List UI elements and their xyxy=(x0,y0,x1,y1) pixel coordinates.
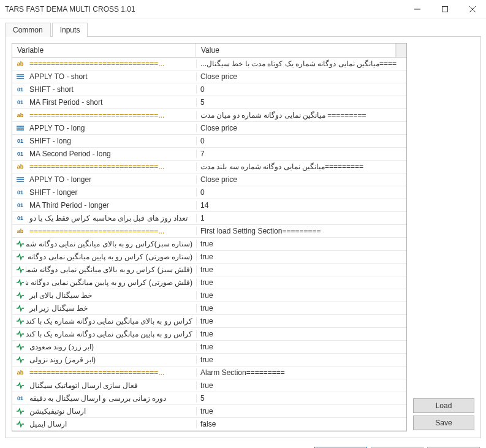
variable-cell: (ستاره سبز)کراس رو به بالای میانگین نمای… xyxy=(26,240,196,248)
variable-cell: ==============================... xyxy=(26,162,196,171)
param-row[interactable]: APPLY TO - longClose price xyxy=(12,122,406,135)
param-row[interactable]: کراس رو به بالای میانگین نمایی دوگانه شم… xyxy=(12,315,406,328)
int-type-icon: 01 xyxy=(15,85,25,94)
value-cell[interactable]: 7 xyxy=(196,150,406,158)
type-icon-cell: ab xyxy=(12,227,26,235)
value-cell[interactable]: true xyxy=(196,343,406,351)
dialog-footer: OK Cancel Reset xyxy=(0,443,486,448)
value-cell[interactable]: 14 xyxy=(196,201,406,210)
value-cell[interactable]: true xyxy=(196,407,406,416)
param-row[interactable]: خط سیگنال بالای ابرtrue xyxy=(12,289,406,302)
param-row[interactable]: 01SHIFT - longer0 xyxy=(12,186,406,199)
dialog-window: TARS FAST DEMA MULTI CROSS 1.01 Common I… xyxy=(0,0,486,448)
tab-inputs[interactable]: Inputs xyxy=(52,23,88,37)
param-row[interactable]: 01SHIFT - short0 xyxy=(12,83,406,96)
param-row[interactable]: ab==============================...=====… xyxy=(12,109,406,122)
value-cell[interactable]: true xyxy=(196,252,406,261)
col-value[interactable]: Value xyxy=(196,44,396,57)
variable-cell: SHIFT - long xyxy=(26,137,196,145)
value-cell[interactable]: true xyxy=(196,304,406,313)
variable-cell: دوره زمانی بررسی و ارسال سیگنال به دقیقه xyxy=(26,394,196,403)
param-row[interactable]: 01MA Third Period - longer14 xyxy=(12,199,406,212)
type-icon-cell xyxy=(12,240,26,248)
value-cell[interactable]: false xyxy=(196,420,406,428)
value-cell[interactable]: Close price xyxy=(196,175,406,184)
param-row[interactable]: ab==============================...====م… xyxy=(12,58,406,70)
scroll-up-icon[interactable] xyxy=(396,44,406,57)
value-cell[interactable]: Close price xyxy=(196,124,406,132)
param-row[interactable]: کراس رو به پایین میانگین نمایی دوگانه شم… xyxy=(12,328,406,341)
param-row[interactable]: APPLY TO - longerClose price xyxy=(12,173,406,186)
value-cell[interactable]: =========میانگین نمایی دوگانه شماره سه ب… xyxy=(196,162,406,171)
close-button[interactable] xyxy=(458,0,486,18)
value-cell[interactable]: 0 xyxy=(196,188,406,197)
value-cell[interactable]: true xyxy=(196,381,406,390)
value-cell[interactable]: true xyxy=(196,317,406,325)
value-cell[interactable]: true xyxy=(196,355,406,364)
value-cell[interactable]: Close price xyxy=(196,72,406,81)
param-row[interactable]: 01SHIFT - long0 xyxy=(12,135,406,148)
value-cell[interactable]: First load Setting Section========= xyxy=(196,227,406,235)
param-row[interactable]: (فلش صورتی) کراس رو به پایین میانگین نما… xyxy=(12,276,406,289)
minimize-button[interactable] xyxy=(403,0,431,18)
value-cell[interactable]: Alarm Section========= xyxy=(196,368,406,377)
variable-cell: APPLY TO - long xyxy=(26,124,196,132)
value-cell[interactable]: 0 xyxy=(196,85,406,94)
param-row[interactable]: ارسال نوتیفیکیشنtrue xyxy=(12,405,406,418)
value-cell[interactable]: 1 xyxy=(196,214,406,222)
variable-cell: ==============================... xyxy=(26,59,196,68)
variable-cell: MA First Period - short xyxy=(26,98,196,107)
save-button[interactable]: Save xyxy=(413,416,474,430)
int-type-icon: 01 xyxy=(15,394,25,403)
type-icon-cell: 01 xyxy=(12,85,26,94)
value-cell[interactable]: 5 xyxy=(196,394,406,403)
param-row[interactable]: (ستاره صورتی) کراس رو به پایین میانگین ن… xyxy=(12,251,406,264)
param-row[interactable]: (ابر زرد) روند صعودیtrue xyxy=(12,341,406,354)
bool-type-icon xyxy=(15,278,25,287)
maximize-button[interactable] xyxy=(431,0,458,18)
value-cell[interactable]: ====میانگین نمایی دوگانه شماره یک کوتاه … xyxy=(196,59,406,68)
tab-common[interactable]: Common xyxy=(5,23,51,37)
value-cell[interactable]: ========= میانگین نمایی دوگانه شماره دو … xyxy=(196,111,406,120)
param-row[interactable]: APPLY TO - shortClose price xyxy=(12,70,406,83)
load-button[interactable]: Load xyxy=(413,398,474,413)
value-cell[interactable]: true xyxy=(196,240,406,248)
variable-cell: (ستاره صورتی) کراس رو به پایین میانگین ن… xyxy=(26,252,196,261)
param-row[interactable]: ارسال ایمیلfalse xyxy=(12,418,406,431)
param-row[interactable]: (ستاره سبز)کراس رو به بالای میانگین نمای… xyxy=(12,238,406,251)
type-icon-cell xyxy=(12,265,26,274)
bool-type-icon xyxy=(15,265,25,274)
col-variable[interactable]: Variable xyxy=(12,44,196,57)
param-row[interactable]: (فلش سبز) کراس رو به بالای میانگین نمایی… xyxy=(12,264,406,276)
value-cell[interactable]: true xyxy=(196,291,406,300)
variable-cell: APPLY TO - short xyxy=(26,72,196,81)
value-cell[interactable]: true xyxy=(196,265,406,274)
type-icon-cell xyxy=(12,343,26,351)
param-row[interactable]: ab==============================...First… xyxy=(12,225,406,238)
type-icon-cell: 01 xyxy=(12,394,26,403)
param-row[interactable]: 01تعداد روز های قبل برای محاسبه کراس فقط… xyxy=(12,212,406,225)
param-row[interactable]: 01MA First Period - short5 xyxy=(12,96,406,109)
param-row[interactable]: 01MA Second Period - long7 xyxy=(12,148,406,161)
value-cell[interactable]: true xyxy=(196,278,406,287)
param-row[interactable]: ab==============================...Alarm… xyxy=(12,366,406,379)
value-cell[interactable]: 0 xyxy=(196,137,406,145)
grid-body[interactable]: ab==============================...====م… xyxy=(12,58,406,431)
string-type-icon: ab xyxy=(15,162,25,171)
param-row[interactable]: خط سیگنال زیر ابرtrue xyxy=(12,302,406,315)
value-cell[interactable]: 5 xyxy=(196,98,406,107)
int-type-icon: 01 xyxy=(15,98,25,107)
param-row[interactable]: 01دوره زمانی بررسی و ارسال سیگنال به دقی… xyxy=(12,392,406,405)
variable-cell: APPLY TO - longer xyxy=(26,175,196,184)
bool-type-icon xyxy=(15,304,25,313)
param-row[interactable]: (ابر قرمز) روند نزولیtrue xyxy=(12,354,406,366)
type-icon-cell: ab xyxy=(12,368,26,377)
bool-type-icon xyxy=(15,252,25,261)
variable-cell: ==============================... xyxy=(26,227,196,235)
type-icon-cell xyxy=(12,355,26,364)
param-row[interactable]: ab==============================...=====… xyxy=(12,161,406,173)
int-type-icon: 01 xyxy=(15,137,25,145)
variable-cell: SHIFT - short xyxy=(26,85,196,94)
param-row[interactable]: فعال سازی ارسال اتوماتیک سیگنالtrue xyxy=(12,379,406,392)
value-cell[interactable]: true xyxy=(196,330,406,338)
